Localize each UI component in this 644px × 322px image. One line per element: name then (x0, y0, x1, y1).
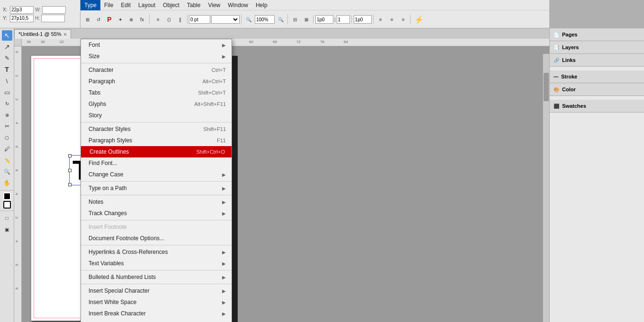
tools-panel: ↖ ↗ ✎ T \ ▭ ↻ ⊕ ✂ ⬡ 🖊 📏 🔍 ✋ □ ▣ (0, 28, 14, 322)
layers-header[interactable]: 📑 Layers (550, 41, 644, 53)
hand-tool[interactable]: ✋ (2, 178, 12, 188)
tb-btn-3[interactable]: P (104, 14, 115, 25)
tb-btn-8[interactable]: ⟨⟩ (164, 14, 174, 25)
menu-item-text-variables[interactable]: Text Variables▶ (81, 258, 232, 269)
vertical-scrollbar[interactable] (543, 54, 549, 322)
tb-align-btn1[interactable]: ≡ (376, 14, 386, 25)
menu-item-bulleted-lists[interactable]: Bulleted & Numbered Lists▶ (81, 271, 232, 283)
menu-item-type-on-path[interactable]: Type on a Path▶ (81, 183, 232, 194)
normal-mode[interactable]: □ (2, 213, 12, 223)
active-tab[interactable]: *Untitled-1 @ 55% × (14, 29, 71, 39)
menu-item-size[interactable]: Size▶ (81, 51, 232, 62)
ruler-vert-num11: 8 (15, 287, 19, 289)
handle-ml[interactable] (68, 169, 72, 172)
ruler-num-30: 30 (41, 40, 45, 44)
handle-bl[interactable] (68, 183, 72, 186)
tb-btn-2[interactable]: ↺ (93, 14, 104, 25)
size2-input[interactable] (354, 15, 372, 24)
tb-align-btn2[interactable]: ≡ (387, 14, 397, 25)
menu-item-character[interactable]: CharacterCtrl+T (81, 64, 232, 76)
x-input[interactable] (10, 6, 34, 14)
menu-shortcut-paragraph-styles: F11 (217, 138, 226, 143)
tb-btn-1[interactable]: ⊞ (82, 14, 93, 25)
menu-item-tabs[interactable]: TabsShift+Ctrl+T (81, 87, 232, 98)
menu-divider (81, 181, 232, 182)
menu-view[interactable]: View (204, 0, 224, 10)
tb-btn-6[interactable]: fx (137, 14, 147, 25)
scrollbar-thumb[interactable] (544, 73, 549, 101)
stroke-select[interactable] (211, 15, 240, 24)
menu-item-glyphs[interactable]: GlyphsAlt+Shift+F11 (81, 98, 232, 110)
ruler-vert-num6: 8 (15, 169, 19, 171)
scale-tool[interactable]: ⊕ (2, 110, 12, 120)
menu-table[interactable]: Table (183, 0, 205, 10)
tb-btn-4[interactable]: ✦ (115, 14, 125, 25)
scissors-tool[interactable]: ✂ (2, 121, 12, 131)
zoom-in-btn[interactable]: 🔍 (276, 14, 286, 25)
menu-item-character-styles[interactable]: Character StylesShift+F11 (81, 123, 232, 135)
ruler-vert-num8: 2 (15, 217, 19, 218)
line-tool[interactable]: \ (2, 76, 12, 86)
fill-swatch[interactable] (3, 192, 11, 200)
menu-object[interactable]: Object (159, 0, 183, 10)
menu-item-story[interactable]: Story (81, 110, 232, 121)
menu-layout[interactable]: Layout (134, 0, 159, 10)
zoom-input[interactable] (255, 15, 275, 24)
h-input[interactable] (41, 15, 65, 22)
preview-mode[interactable]: ▣ (2, 224, 12, 235)
tb-btn-7[interactable]: ≡ (153, 14, 163, 25)
handle-tl[interactable] (68, 154, 72, 157)
zoom-out-btn[interactable]: 🔍 (243, 14, 254, 25)
menu-item-insert-break[interactable]: Insert Break Character▶ (81, 308, 232, 319)
tb-btn-5[interactable]: ⊗ (126, 14, 136, 25)
tb-view-btn[interactable]: ⊟ (290, 14, 300, 25)
menu-item-track-changes[interactable]: Track Changes▶ (81, 208, 232, 219)
menu-item-find-font[interactable]: Find Font... (81, 157, 232, 169)
menu-item-label-insert-white-space: Insert White Space (89, 299, 136, 305)
gradient-tool[interactable]: ⬡ (2, 132, 12, 143)
menu-item-insert-special[interactable]: Insert Special Character▶ (81, 285, 232, 296)
menu-help[interactable]: Help (252, 0, 271, 10)
tb-align-btn3[interactable]: ≡ (398, 14, 409, 25)
color-header[interactable]: 🎨 Color (550, 83, 644, 96)
stroke-header[interactable]: — Stroke (550, 70, 644, 83)
swatches-icon: ⬛ (554, 104, 559, 109)
menu-type[interactable]: Type (80, 0, 100, 10)
menu-divider (81, 245, 232, 245)
tab-close[interactable]: × (63, 31, 67, 38)
rect-tool[interactable]: ▭ (2, 87, 12, 97)
menu-item-change-case[interactable]: Change Case▶ (81, 169, 232, 180)
eyedropper-tool[interactable]: 🖊 (2, 144, 12, 154)
pen-tool[interactable]: ✎ (2, 53, 12, 63)
zoom-tool[interactable]: 🔍 (2, 166, 12, 177)
rotate-tool[interactable]: ↻ (2, 98, 12, 109)
menu-file[interactable]: File (100, 0, 117, 10)
menu-edit[interactable]: Edit (117, 0, 134, 10)
pages-header[interactable]: 📄 Pages (550, 28, 644, 41)
stroke-swatch[interactable] (3, 201, 11, 209)
tb-view-btn2[interactable]: ⊠ (301, 14, 312, 25)
menu-window[interactable]: Window (224, 0, 252, 10)
tb-btn-9[interactable]: ∥ (175, 14, 185, 25)
menu-item-paragraph-styles[interactable]: Paragraph StylesF11 (81, 135, 232, 146)
menu-item-insert-white-space[interactable]: Insert White Space▶ (81, 296, 232, 308)
menu-item-hyperlinks[interactable]: Hyperlinks & Cross-References▶ (81, 246, 232, 258)
menu-item-notes[interactable]: Notes▶ (81, 196, 232, 208)
select-tool[interactable]: ↖ (2, 30, 12, 41)
links-header[interactable]: 🔗 Links (550, 54, 644, 66)
swatches-header[interactable]: ⬛ Swatches (550, 100, 644, 112)
direct-select-tool[interactable]: ↗ (2, 42, 12, 52)
size1-input[interactable] (315, 15, 333, 24)
menu-item-fill-placeholder[interactable]: Fill with Placeholder Text (81, 319, 232, 322)
measure-tool[interactable]: 📏 (2, 155, 12, 165)
w-input[interactable] (42, 6, 66, 14)
menu-item-document-footnote[interactable]: Document Footnote Options... (81, 233, 232, 244)
type-tool[interactable]: T (2, 64, 12, 75)
menu-item-create-outlines[interactable]: Create OutlinesShift+Ctrl+O (81, 146, 232, 157)
num-pages-input[interactable] (337, 15, 350, 24)
y-input[interactable] (10, 15, 34, 22)
menu-item-paragraph[interactable]: ParagraphAlt+Ctrl+T (81, 76, 232, 87)
pt-input[interactable] (189, 15, 210, 24)
menu-item-font[interactable]: Font▶ (81, 39, 232, 51)
menu-item-label-tabs: Tabs (89, 89, 100, 96)
